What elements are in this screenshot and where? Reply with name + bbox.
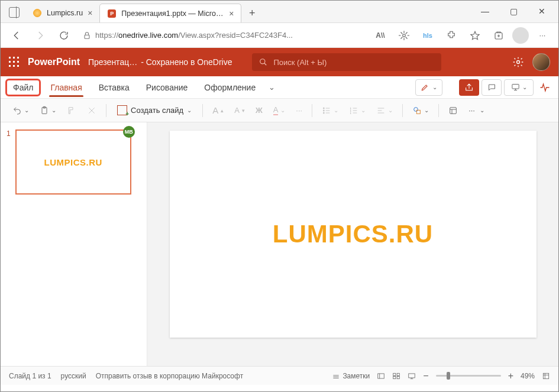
more-button[interactable]: ··· [532, 25, 552, 46]
svg-rect-13 [450, 107, 457, 114]
new-slide-icon [117, 105, 127, 115]
gear-icon[interactable] [512, 56, 524, 68]
reader-mode-button[interactable]: A\\ [370, 25, 390, 46]
share-button[interactable] [459, 79, 479, 96]
designer-button[interactable] [445, 102, 461, 119]
language-indicator[interactable]: русский [61, 372, 86, 380]
fit-to-window-button[interactable] [542, 372, 550, 380]
reading-view-button[interactable] [408, 372, 416, 380]
font-more-button[interactable]: ··· [292, 102, 306, 119]
tab-label: Lumpics.ru [47, 9, 83, 17]
delete-button[interactable] [83, 102, 100, 119]
search-placeholder: Поиск (Alt + Ы) [273, 58, 327, 67]
tab-lumpics[interactable]: Lumpics.ru × [25, 4, 99, 22]
extensions-button[interactable] [441, 25, 461, 46]
font-color-button[interactable]: A⌄ [270, 102, 289, 119]
svg-rect-17 [393, 376, 396, 378]
collections-button[interactable] [489, 25, 509, 46]
tab-home[interactable]: Главная [43, 79, 89, 96]
forward-button[interactable] [30, 25, 50, 46]
tab-powerpoint[interactable]: P Презентация1.pptx — Microsoft × [99, 4, 241, 22]
bullets-button[interactable]: ⌄ [318, 102, 342, 119]
format-painter-button[interactable] [63, 102, 80, 119]
toolbar: ⌄ ⌄ Создать слайд ⌄ A▴ A▾ Ж A⌄ ··· ⌄ ⌄ ⌄… [1, 99, 558, 122]
bold-button[interactable]: Ж [252, 102, 266, 119]
search-input[interactable]: Поиск (Alt + Ы) [252, 53, 441, 71]
status-bar: Слайд 1 из 1 русский Отправить отзыв в к… [1, 366, 558, 385]
increase-font-button[interactable]: A▴ [209, 102, 227, 119]
minimize-button[interactable]: — [471, 2, 499, 20]
activity-icon[interactable] [536, 82, 554, 93]
ribbon-tabs: Файл Главная Вставка Рисование Оформлени… [1, 76, 558, 99]
window-controls: — ▢ ✕ [471, 2, 556, 20]
svg-rect-5 [512, 85, 518, 89]
url-text: https://onedrive.live.com/View.aspx?resi… [95, 31, 293, 40]
maximize-button[interactable]: ▢ [499, 2, 528, 20]
browser-tab-strip: Lumpics.ru × P Презентация1.pptx — Micro… [1, 1, 558, 23]
app-name: PowerPoint [28, 57, 80, 67]
lumpics-favicon [33, 8, 42, 18]
close-icon[interactable]: × [229, 9, 234, 18]
present-button[interactable]: ⌄ [504, 79, 534, 96]
document-title-group[interactable]: Презентац… - Сохранено в OneDrive [88, 57, 232, 67]
app-launcher-icon[interactable] [9, 57, 20, 67]
slide-thumbnail[interactable]: МВ LUMPICS.RU [15, 129, 131, 195]
tab-insert[interactable]: Вставка [92, 79, 137, 96]
not-synced-icon[interactable] [394, 25, 414, 46]
user-avatar[interactable] [532, 53, 550, 71]
slide[interactable]: LUMPICS.RU [170, 131, 537, 338]
favorites-button[interactable] [465, 25, 485, 46]
search-icon [259, 58, 267, 66]
svg-rect-15 [393, 373, 396, 375]
profile-avatar[interactable] [512, 27, 529, 44]
feedback-link[interactable]: Отправить отзыв в корпорацию Майкрософт [96, 372, 243, 380]
workspace: 1 МВ LUMPICS.RU LUMPICS.RU [1, 122, 558, 366]
collections-label[interactable]: hls [418, 25, 438, 46]
align-button[interactable]: ⌄ [373, 102, 396, 119]
normal-view-button[interactable] [377, 372, 385, 380]
slide-title-text[interactable]: LUMPICS.RU [273, 220, 433, 248]
slide-counter[interactable]: Слайд 1 из 1 [9, 372, 51, 380]
tab-label: Презентация1.pptx — Microsoft [121, 9, 224, 18]
new-tab-button[interactable]: + [244, 5, 260, 21]
zoom-out-button[interactable]: − [423, 371, 428, 381]
zoom-slider[interactable] [436, 375, 501, 377]
close-icon[interactable]: × [88, 8, 92, 18]
tab-design[interactable]: Оформление [197, 79, 263, 96]
new-slide-label: Создать слайд [131, 106, 183, 115]
powerpoint-favicon: P [107, 9, 117, 18]
paste-button[interactable]: ⌄ [36, 102, 60, 119]
svg-point-4 [517, 61, 520, 64]
svg-rect-20 [543, 373, 548, 378]
address-bar: https://onedrive.live.com/View.aspx?resi… [1, 23, 558, 48]
undo-button[interactable]: ⌄ [9, 102, 33, 119]
comments-button[interactable] [482, 79, 502, 96]
decrease-font-button[interactable]: A▾ [231, 102, 248, 119]
save-status: - Сохранено в OneDrive [141, 57, 232, 67]
new-slide-button[interactable]: Создать слайд ⌄ [112, 102, 196, 119]
zoom-in-button[interactable]: + [508, 371, 513, 381]
zoom-level[interactable]: 49% [521, 372, 535, 380]
sorter-view-button[interactable] [392, 372, 400, 380]
tab-actions-icon[interactable] [9, 7, 20, 18]
notes-button[interactable]: Заметки [332, 372, 370, 380]
editing-mode-button[interactable]: ⌄ [415, 79, 442, 96]
lock-icon [82, 31, 92, 40]
shapes-button[interactable]: ⌄ [409, 102, 432, 119]
thumbnail-number: 1 [7, 129, 11, 195]
svg-point-11 [414, 107, 418, 111]
collaboration-badge: МВ [123, 126, 135, 138]
svg-point-8 [323, 108, 324, 109]
slide-canvas-area[interactable]: LUMPICS.RU [147, 122, 558, 366]
document-name: Презентац… [88, 57, 137, 67]
numbering-button[interactable]: ⌄ [345, 102, 369, 119]
tab-file[interactable]: Файл [5, 79, 41, 96]
more-tabs-chevron[interactable]: ⌄ [265, 79, 279, 95]
svg-point-10 [323, 112, 324, 114]
tab-draw[interactable]: Рисование [139, 79, 195, 96]
back-button[interactable] [7, 25, 27, 46]
url-input[interactable]: https://onedrive.live.com/View.aspx?resi… [77, 27, 367, 44]
toolbar-more-button[interactable]: ···⌄ [465, 102, 488, 119]
refresh-button[interactable] [54, 25, 74, 46]
close-window-button[interactable]: ✕ [528, 2, 556, 20]
